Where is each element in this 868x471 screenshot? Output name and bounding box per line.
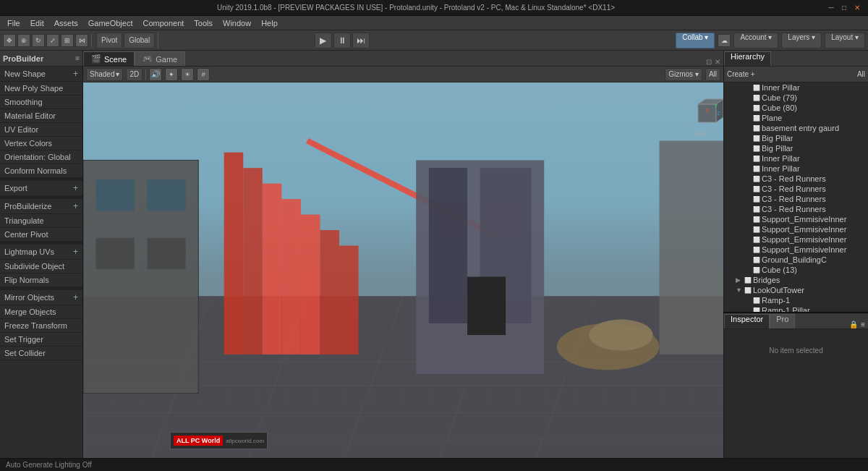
menu-item-component[interactable]: Component — [138, 17, 188, 29]
maximize-button[interactable]: □ — [839, 3, 849, 13]
hierarchy-item-18[interactable]: ⬜Cube (13) — [724, 265, 868, 275]
pb-item-2[interactable]: Smoothing — [0, 96, 82, 109]
hierarchy-item-15[interactable]: ⬜Support_EmmisiveInner — [724, 234, 868, 245]
hierarchy-item-14[interactable]: ⬜Support_EmmisiveInner — [724, 224, 868, 234]
pb-item-4[interactable]: UV Editor — [0, 123, 82, 137]
2d-toggle[interactable]: 2D — [126, 68, 142, 81]
layers-button[interactable]: Layers ▾ — [781, 33, 822, 48]
rotate-tool[interactable]: ↻ — [32, 34, 45, 47]
pb-item-18[interactable]: Set Trigger — [0, 333, 82, 347]
pb-item-16[interactable]: Merge Objects — [0, 305, 82, 319]
account-button[interactable]: Account ▾ — [733, 33, 778, 48]
hierarchy-item-17[interactable]: ⬜Ground_BuildingC — [724, 255, 868, 265]
create-button[interactable]: Create + — [727, 70, 755, 78]
scene-icon2[interactable]: # — [197, 68, 210, 81]
global-button[interactable]: Global — [124, 33, 155, 48]
inspector-tab[interactable]: Inspector — [724, 314, 770, 328]
pb-item-0[interactable]: New Shape+ — [0, 67, 82, 82]
menu-item-file[interactable]: File — [3, 17, 25, 29]
hierarchy-item-icon-15: ⬜ — [753, 237, 760, 243]
hierarchy-item-6[interactable]: ⬜Big Pillar — [724, 143, 868, 153]
hierarchy-item-icon-7: ⬜ — [753, 156, 760, 162]
pb-item-17[interactable]: Freeze Transform — [0, 319, 82, 333]
hierarchy-item-0[interactable]: ⬜Inner Pillar — [724, 82, 868, 93]
hierarchy-item-21[interactable]: ⬜Ramp-1 — [724, 295, 868, 305]
transform-tool[interactable]: ⋈ — [75, 34, 88, 47]
pb-item-12[interactable]: Lightmap UVs+ — [0, 245, 82, 260]
scale-tool[interactable]: ⤢ — [46, 34, 59, 47]
hierarchy-item-10[interactable]: ⬜C3 - Red Runners — [724, 184, 868, 194]
scene-view[interactable]: X Y Z Persp ALL PC World allpcworld.com — [83, 82, 723, 471]
pb-item-5[interactable]: Vertex Colors — [0, 137, 82, 150]
pb-item-10[interactable]: Triangulate — [0, 214, 82, 228]
cloud-button[interactable]: ☁ — [718, 34, 731, 47]
pause-button[interactable]: ⏸ — [333, 33, 351, 48]
menu-item-help[interactable]: Help — [257, 17, 282, 29]
close-button[interactable]: ✕ — [852, 3, 862, 13]
layout-button[interactable]: Layout ▾ — [825, 33, 865, 48]
svg-text:X: X — [705, 107, 710, 114]
svg-rect-24 — [339, 246, 359, 355]
game-tab[interactable]: 🎮 Game — [135, 51, 185, 66]
hierarchy-tab[interactable]: Hierarchy — [724, 51, 771, 66]
scene-objects: X Y Z Persp — [83, 82, 723, 471]
scene-maximize-icon[interactable]: ⊡ — [706, 58, 712, 66]
hierarchy-item-2[interactable]: ⬜Cube (80) — [724, 103, 868, 113]
hand-tool[interactable]: ✥ — [3, 34, 16, 47]
move-tool[interactable]: ⊕ — [17, 34, 30, 47]
hierarchy-item-9[interactable]: ⬜C3 - Red Runners — [724, 174, 868, 184]
pb-item-7[interactable]: Conform Normals — [0, 164, 82, 178]
all-filter[interactable]: All — [857, 70, 865, 78]
menu-item-edit[interactable]: Edit — [26, 17, 48, 29]
pb-item-15[interactable]: Mirror Objects+ — [0, 290, 82, 305]
pb-item-8[interactable]: Export+ — [0, 181, 82, 196]
inspector-menu-icon[interactable]: ≡ — [861, 321, 865, 328]
pb-item-14[interactable]: Flip Normals — [0, 273, 82, 287]
hierarchy-item-7[interactable]: ⬜Inner Pillar — [724, 153, 868, 164]
lock-icon[interactable]: 🔒 — [849, 321, 858, 328]
pb-item-11[interactable]: Center Pivot — [0, 228, 82, 242]
scene-tab[interactable]: 🎬 Scene — [83, 51, 135, 66]
all-dropdown[interactable]: All — [705, 68, 720, 81]
menu-item-gameobject[interactable]: GameObject — [84, 17, 137, 29]
audio-icon[interactable]: 🔊 — [149, 68, 162, 81]
scene-close-icon[interactable]: ✕ — [715, 58, 720, 66]
rect-tool[interactable]: ⊞ — [61, 34, 74, 47]
menu-item-tools[interactable]: Tools — [190, 17, 217, 29]
pb-item-6[interactable]: Orientation: Global — [0, 150, 82, 164]
hierarchy-item-12[interactable]: ⬜C3 - Red Runners — [724, 204, 868, 214]
shading-dropdown[interactable]: Shaded ▾ — [86, 68, 123, 81]
hierarchy-item-19[interactable]: ▶⬜Bridges — [724, 275, 868, 285]
step-button[interactable]: ⏭ — [352, 33, 370, 48]
svg-rect-14 — [96, 179, 135, 211]
fx-icon[interactable]: ✦ — [165, 68, 178, 81]
pb-item-3[interactable]: Material Editor — [0, 109, 82, 123]
menu-item-assets[interactable]: Assets — [50, 17, 82, 29]
hierarchy-item-4[interactable]: ⬜basement entry gaurd — [724, 123, 868, 133]
hierarchy-item-icon-10: ⬜ — [753, 186, 760, 192]
hierarchy-item-3[interactable]: ⬜Plane — [724, 113, 868, 123]
minimize-button[interactable]: ─ — [826, 3, 836, 13]
hierarchy-item-16[interactable]: ⬜Support_EmmisiveInner — [724, 245, 868, 255]
hierarchy-item-13[interactable]: ⬜Support_EmmisiveInner — [724, 214, 868, 224]
hierarchy-item-20[interactable]: ▼⬜LookOutTower — [724, 285, 868, 295]
menu-bar: FileEditAssetsGameObjectComponentToolsWi… — [0, 16, 868, 30]
hierarchy-item-icon-20: ⬜ — [744, 287, 752, 294]
hierarchy-item-5[interactable]: ⬜Big Pillar — [724, 133, 868, 143]
pro-tab[interactable]: Pro — [770, 314, 795, 328]
pb-item-19[interactable]: Set Collider — [0, 347, 82, 360]
pb-item-13[interactable]: Subdivide Object — [0, 260, 82, 273]
hierarchy-item-1[interactable]: ⬜Cube (79) — [724, 93, 868, 103]
collab-button[interactable]: Collab ▾ — [676, 33, 715, 48]
pb-item-9[interactable]: ProBuilderize+ — [0, 199, 82, 214]
menu-item-window[interactable]: Window — [218, 17, 255, 29]
hierarchy-item-22[interactable]: ⬜Ramp-1 Pillar — [724, 305, 868, 312]
play-button[interactable]: ▶ — [315, 33, 332, 48]
hierarchy-item-11[interactable]: ⬜C3 - Red Runners — [724, 194, 868, 204]
pivot-button[interactable]: Pivot — [96, 33, 122, 48]
hierarchy-item-8[interactable]: ⬜Inner Pillar — [724, 164, 868, 174]
gizmos-dropdown[interactable]: Gizmos ▾ — [665, 68, 702, 81]
scene-icon1[interactable]: ☀ — [181, 68, 194, 81]
gizmos-controls: Gizmos ▾ All — [665, 68, 720, 81]
pb-item-1[interactable]: New Poly Shape — [0, 82, 82, 96]
